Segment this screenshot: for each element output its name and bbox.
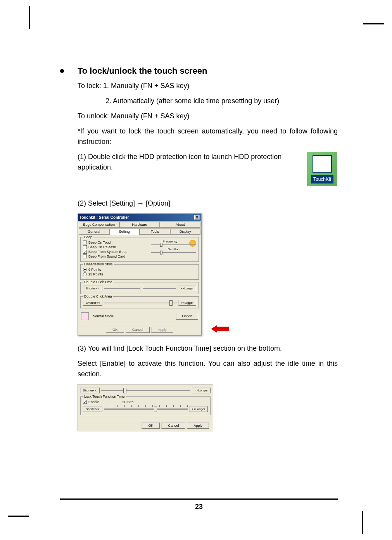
idle-time-value: 60 Sec. [123,400,135,404]
tab-hardware[interactable]: Hardware [119,222,160,228]
linearization-group-title: Linearization Style [83,262,114,266]
auto-lock-note: *If you want to lock the touch screen au… [78,126,338,147]
speaker-icon [189,240,196,247]
smaller-button[interactable]: Smaller<< [83,300,102,306]
page-number: 23 [60,503,338,511]
beep-sound-checkbox[interactable] [83,254,87,258]
dclick-time-slider[interactable] [104,288,176,289]
radio-9-points[interactable] [83,268,87,272]
step-1-text: (1) Double click the HDD protection icon… [78,152,338,173]
hand-icon [81,312,89,320]
duration-label: Duration [151,248,196,251]
lock-method-2: 2. Automatically (after some idle time p… [105,96,338,106]
crop-mark [362,511,363,534]
tab-tools[interactable]: Tools [140,228,170,235]
idle-time-slider[interactable] [104,405,188,412]
shorter-button-2[interactable]: Shorter<< [80,388,100,393]
tab-general[interactable]: General [79,228,109,235]
beep-system-label: Beep From System Beep [88,250,128,254]
enable-label: Enable [88,400,99,404]
crop-mark [363,23,384,24]
ok-button[interactable]: OK [106,327,124,333]
radio-25-points[interactable] [83,272,87,276]
lock-touch-group-title: Lock Touch Function Time [83,395,126,398]
crop-mark [8,516,29,517]
apply-button-2[interactable]: Apply [187,422,209,429]
tab-about[interactable]: About [160,222,200,228]
dclick-area-title: Double Click Area [83,294,113,298]
duration-slider[interactable] [151,252,196,253]
close-button[interactable]: X [194,215,200,220]
touchkit-icon-label: TouchKit [311,175,333,183]
step-3-text: (3) You will find [Lock Touch Function T… [78,343,338,354]
touchkit-graphic-icon [313,155,332,173]
lock-method-1: To lock: 1. Manually (FN + SAS key) [78,81,338,91]
bullet-icon [60,69,64,73]
bigger-button[interactable]: >>Bigger [178,300,196,306]
dclick-time-title: Double Click Time [83,280,114,284]
longer-button-3[interactable]: >>Longer [189,406,208,412]
beep-system-checkbox[interactable]: ✓ [83,250,87,254]
upper-slider[interactable] [101,390,190,391]
tab-display[interactable]: Display [170,228,201,235]
beep-on-touch-label: Beep On Touch [88,241,112,244]
option-button[interactable]: Option [176,313,198,320]
unlock-method: To unlock: Manually (FN + SAS key) [78,111,338,121]
ok-button-2[interactable]: OK [142,422,160,429]
step-2-text: (2) Select [Setting] → [Option] [78,198,338,209]
touchkit-desktop-icon: TouchKit [307,152,338,187]
lock-touch-dialog-fragment: Shorter<< >>Longer Lock Touch Function T… [78,384,213,431]
beep-on-release-label: Beep On Release [88,245,116,249]
dclick-area-slider[interactable] [104,303,176,303]
radio-25-points-label: 25 Points [88,272,103,276]
shorter-button[interactable]: Shorter<< [83,286,102,291]
footer-divider [60,498,338,500]
crop-mark [29,6,30,29]
beep-group-title: Beep [83,235,93,239]
enable-checkbox[interactable]: ✓ [83,400,87,404]
beep-on-touch-checkbox[interactable] [83,241,87,244]
beep-sound-label: Beep From Sound Card [88,254,125,258]
radio-9-points-label: 9 Points [88,268,101,272]
mode-label: Normal Mode [93,314,172,318]
dialog-title: Touchkit : Serial Controller [79,215,129,220]
apply-button[interactable]: Apply [151,327,173,333]
shorter-button-3[interactable]: Shorter<< [83,406,102,412]
longer-button[interactable]: >>Longer [178,286,196,291]
cancel-button-2[interactable]: Cancel [161,422,185,429]
tab-edge-compensation[interactable]: Edge Compensation [79,222,119,228]
step-3b-text: Select [Enable] to activate this functio… [78,358,338,379]
beep-on-release-checkbox[interactable] [83,245,87,249]
touchkit-settings-dialog: Touchkit : Serial Controller X Edge Comp… [78,213,202,336]
tab-setting[interactable]: Setting [109,228,140,235]
cancel-button[interactable]: Cancel [126,327,150,333]
longer-button-2[interactable]: >>Longer [192,388,211,393]
frequency-slider[interactable] [151,244,196,245]
section-heading: To lock/unlock the touch screen [78,66,207,76]
